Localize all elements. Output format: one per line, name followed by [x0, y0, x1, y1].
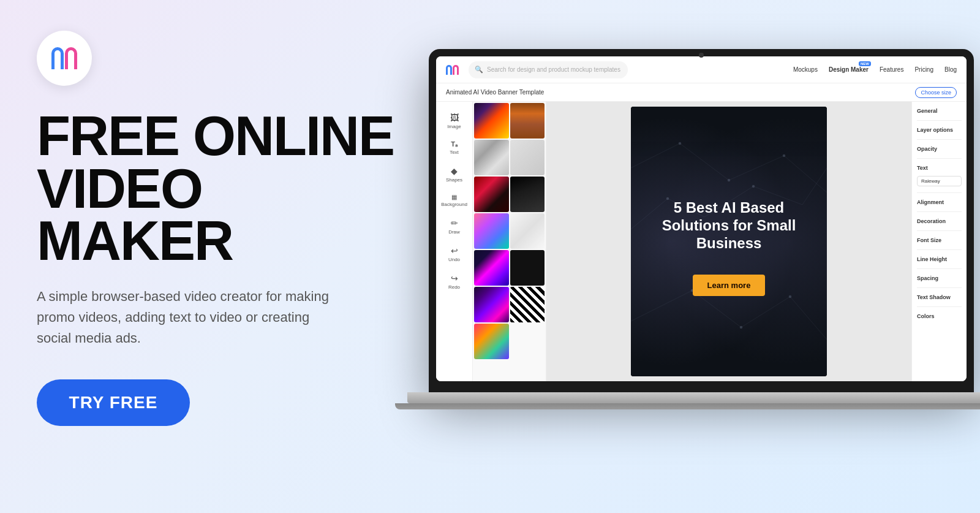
media-thumb-gray2[interactable]: [510, 140, 545, 175]
left-panel: FREE ONLINE VIDEO MAKER A simple browser…: [0, 0, 441, 513]
image-icon: 🖼: [450, 113, 459, 123]
svg-line-12: [790, 297, 827, 340]
prop-layer-options: Layer options: [917, 127, 962, 133]
tool-image[interactable]: 🖼 Image: [436, 108, 472, 134]
tool-text[interactable]: Tₐ Text: [436, 135, 472, 160]
nav-items: Mockups Design Maker NEW Features Pricin…: [793, 66, 957, 73]
tool-draw-label: Draw: [448, 229, 460, 235]
media-thumb-wood[interactable]: [510, 103, 545, 139]
laptop-mockup: 🔍 Search for design and product mockup t…: [417, 12, 980, 513]
search-icon: 🔍: [475, 66, 483, 74]
svg-point-20: [789, 295, 791, 298]
media-thumb-purple[interactable]: [474, 287, 509, 322]
draw-icon: ✏: [451, 218, 458, 228]
prop-divider-1: [917, 120, 962, 121]
canvas-text: 5 Best AI Based Solutions for Small Busi…: [631, 187, 827, 264]
prop-text-shadow: Text Shadow: [917, 294, 962, 300]
tool-undo-label: Undo: [448, 257, 460, 262]
tool-redo-label: Redo: [448, 284, 460, 290]
svg-line-11: [741, 297, 790, 327]
prop-divider-6: [917, 230, 962, 231]
nav-new-badge: NEW: [859, 61, 871, 66]
app-search-bar[interactable]: 🔍 Search for design and product mockup t…: [469, 61, 628, 78]
laptop-bottom: [407, 392, 980, 403]
laptop-outer: 🔍 Search for design and product mockup t…: [429, 49, 980, 417]
hero-title-line2: VIDEO MAKER: [37, 158, 233, 272]
prop-colors: Colors: [917, 313, 962, 319]
svg-line-0: [631, 143, 680, 168]
app-logo: [446, 65, 459, 75]
tool-undo[interactable]: ↩ Undo: [436, 241, 472, 267]
tool-shapes-label: Shapes: [446, 177, 462, 183]
tool-redo[interactable]: ↪ Redo: [436, 268, 472, 295]
media-thumb-cosmic[interactable]: [474, 250, 509, 286]
nav-features[interactable]: Features: [880, 66, 903, 73]
prop-divider-4: [917, 192, 962, 193]
media-panel: [473, 102, 546, 381]
nav-blog[interactable]: Blog: [944, 66, 957, 73]
prop-font-selector[interactable]: Raleway: [917, 176, 962, 186]
prop-line-height: Line Height: [917, 256, 962, 262]
media-thumb-bw[interactable]: [510, 287, 545, 322]
media-thumb-gray[interactable]: [474, 140, 509, 175]
prop-text: Text: [917, 165, 962, 171]
search-placeholder-text: Search for design and product mockup tem…: [487, 66, 620, 73]
svg-point-14: [728, 179, 730, 181]
svg-line-9: [631, 291, 692, 321]
tool-background[interactable]: ▦ Background: [436, 189, 472, 212]
undo-icon: ↩: [451, 246, 458, 256]
media-thumb-dark2[interactable]: [510, 250, 545, 286]
laptop-base: [395, 403, 980, 409]
app-toolbar: 🖼 Image Tₐ Text ◆ Shapes ▦: [436, 102, 473, 381]
app-nav: 🔍 Search for design and product mockup t…: [436, 56, 967, 83]
tool-image-label: Image: [447, 124, 461, 129]
prop-divider-10: [917, 306, 962, 307]
laptop-bezel: 🔍 Search for design and product mockup t…: [429, 49, 974, 392]
svg-point-19: [740, 326, 742, 329]
properties-panel: General Layer options Opacity Text Ralew…: [911, 102, 967, 381]
prop-general: General: [917, 108, 962, 114]
prop-alignment: Alignment: [917, 199, 962, 205]
svg-line-2: [729, 156, 784, 180]
prop-font-size: Font Size: [917, 237, 962, 243]
hero-title: FREE ONLINE VIDEO MAKER: [37, 110, 404, 268]
tool-background-label: Background: [441, 202, 467, 207]
tool-draw[interactable]: ✏ Draw: [436, 213, 472, 240]
prop-divider-8: [917, 268, 962, 269]
svg-point-13: [679, 142, 681, 145]
app-breadcrumb: Animated AI Video Banner Template Choose…: [436, 83, 967, 102]
laptop-camera: [699, 53, 704, 58]
choose-size-button[interactable]: Choose size: [915, 87, 957, 98]
nav-pricing[interactable]: Pricing: [914, 66, 933, 73]
prop-divider-5: [917, 211, 962, 212]
media-thumb-red[interactable]: [474, 177, 509, 212]
tool-shapes[interactable]: ◆ Shapes: [436, 161, 472, 188]
media-thumb-fire[interactable]: [474, 103, 509, 139]
prop-divider-3: [917, 158, 962, 159]
logo[interactable]: [37, 31, 92, 86]
nav-mockups[interactable]: Mockups: [793, 66, 818, 73]
canvas-preview: 5 Best AI Based Solutions for Small Busi…: [631, 107, 827, 376]
prop-spacing: Spacing: [917, 275, 962, 281]
media-grid: [473, 102, 546, 360]
media-thumb-colorful[interactable]: [474, 213, 509, 249]
prop-opacity: Opacity: [917, 146, 962, 152]
background-icon: ▦: [451, 194, 457, 200]
canvas-area[interactable]: 5 Best AI Based Solutions for Small Busi…: [546, 102, 911, 381]
breadcrumb-text: Animated AI Video Banner Template: [446, 89, 544, 96]
svg-line-1: [680, 143, 729, 180]
nav-design-maker[interactable]: Design Maker NEW: [829, 66, 869, 73]
canvas-cta-button: Learn more: [693, 275, 766, 296]
prop-decoration: Decoration: [917, 218, 962, 224]
svg-point-15: [783, 154, 785, 157]
hero-subtitle: A simple browser-based video creator for…: [37, 286, 331, 349]
svg-line-10: [692, 291, 741, 327]
media-thumb-dark[interactable]: [510, 177, 545, 212]
logo-icon: [51, 47, 77, 69]
try-free-button[interactable]: TRY FREE: [37, 379, 190, 426]
media-thumb-white[interactable]: [510, 213, 545, 249]
media-thumb-colorful2[interactable]: [474, 324, 509, 359]
app-screen: 🔍 Search for design and product mockup t…: [436, 56, 967, 381]
text-icon: Tₐ: [451, 140, 458, 148]
prop-divider-2: [917, 139, 962, 140]
